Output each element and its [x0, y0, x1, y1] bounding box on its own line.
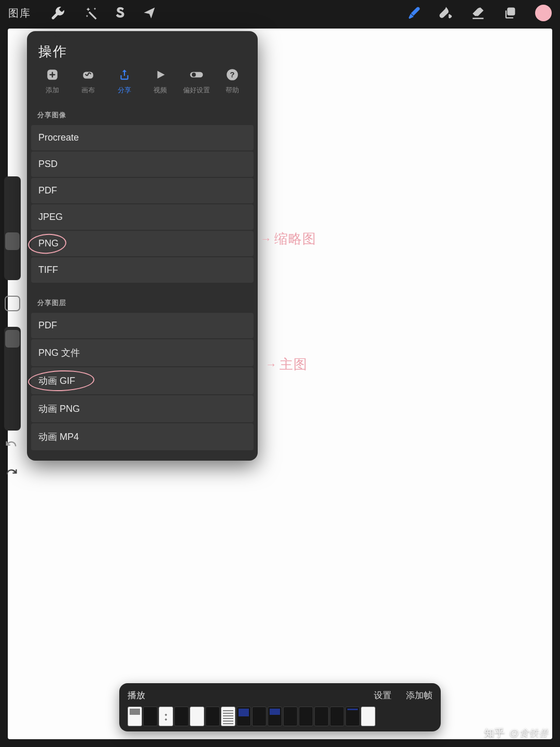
share-item-pdf[interactable]: PDF [31, 178, 254, 203]
frame-thumb[interactable] [174, 707, 189, 726]
tab-video[interactable]: 视频 [143, 68, 179, 95]
color-picker-dot[interactable] [535, 5, 552, 21]
undo-icon[interactable] [4, 438, 19, 455]
watermark-brand: 知乎 [484, 726, 505, 740]
share-layer-item-apng[interactable]: 动画 PNG [31, 395, 254, 422]
left-tools-group [47, 2, 157, 24]
tab-canvas[interactable]: 画布 [71, 68, 107, 95]
eraser-icon[interactable] [471, 6, 485, 20]
tab-share[interactable]: 分享 [106, 68, 143, 95]
frame-thumb[interactable] [143, 707, 158, 726]
share-layer-item-mp4[interactable]: 动画 MP4 [31, 423, 254, 450]
toggle-icon [189, 68, 204, 81]
actions-wrench-icon[interactable] [47, 2, 69, 24]
move-arrow-icon[interactable] [142, 6, 157, 20]
share-layer-item-gif[interactable]: 动画 GIF [31, 367, 254, 394]
side-panel [0, 176, 24, 431]
opacity-thumb[interactable] [5, 330, 20, 348]
tab-label: 添加 [46, 86, 59, 95]
modifier-square-button[interactable] [5, 296, 20, 311]
play-button[interactable]: 播放 [128, 689, 145, 701]
opacity-slider[interactable] [4, 327, 21, 431]
help-icon: ? [225, 68, 240, 81]
svg-point-4 [192, 73, 196, 77]
frame-thumb[interactable] [128, 707, 142, 726]
share-layer-item-pdf[interactable]: PDF [31, 313, 254, 338]
magic-wand-icon[interactable] [84, 6, 99, 20]
list-item-label: 动画 GIF [38, 376, 75, 386]
frame-thumb[interactable] [314, 707, 329, 726]
share-item-psd[interactable]: PSD [31, 151, 254, 177]
frame-thumb[interactable] [159, 707, 173, 726]
share-item-jpeg[interactable]: JPEG [31, 204, 254, 230]
popover-tabs: 添加 画布 分享 视频 偏好设置 ? 帮助 [27, 68, 258, 101]
section-share-layer-header: 分享图层 [27, 289, 258, 313]
tab-label: 分享 [118, 86, 131, 95]
tab-label: 偏好设置 [183, 86, 210, 95]
section-share-image-header: 分享图像 [27, 101, 258, 125]
timeline-settings-button[interactable]: 设置 [374, 689, 391, 701]
watermark-user: @食铁兽 [509, 726, 549, 740]
share-image-list: Procreate PSD PDF JPEG PNG TIFF [27, 125, 258, 289]
frames-strip[interactable] [128, 707, 432, 726]
brush-size-slider[interactable] [4, 176, 21, 280]
annotation-gif-note: → 主图 [265, 355, 307, 374]
add-icon [45, 68, 60, 81]
frame-thumb[interactable] [205, 707, 220, 726]
right-tools-group [407, 5, 552, 21]
frame-thumb[interactable] [268, 707, 282, 726]
annotation-text: 主图 [279, 355, 307, 374]
canvas-icon [80, 68, 96, 81]
tab-prefs[interactable]: 偏好设置 [178, 68, 215, 95]
frame-thumb[interactable] [236, 707, 251, 726]
list-item-label: PNG [38, 238, 59, 248]
watermark: 知乎 @食铁兽 [484, 726, 549, 740]
video-play-icon [152, 68, 168, 81]
redo-icon[interactable] [4, 466, 19, 483]
svg-text:?: ? [230, 70, 235, 79]
share-item-procreate[interactable]: Procreate [31, 125, 254, 150]
frame-thumb-selected[interactable] [361, 707, 375, 726]
frame-thumb[interactable] [345, 707, 360, 726]
frame-thumb[interactable] [330, 707, 344, 726]
frame-thumb[interactable] [190, 707, 204, 726]
frame-thumb[interactable] [299, 707, 313, 726]
svg-rect-0 [507, 8, 515, 16]
frame-thumb[interactable] [283, 707, 298, 726]
frame-thumb[interactable] [252, 707, 267, 726]
smudge-icon[interactable] [439, 6, 453, 20]
share-layer-list: PDF PNG 文件 动画 GIF 动画 PNG 动画 MP4 [27, 313, 258, 461]
tab-label: 帮助 [226, 86, 239, 95]
tab-help[interactable]: ? 帮助 [215, 68, 251, 95]
brush-size-thumb[interactable] [5, 232, 20, 250]
share-item-png[interactable]: PNG [31, 231, 254, 256]
frame-thumb[interactable] [221, 707, 235, 726]
annotation-text: 缩略图 [274, 230, 316, 248]
share-item-tiff[interactable]: TIFF [31, 257, 254, 283]
gallery-button[interactable]: 图库 [8, 6, 31, 20]
arrow-icon: → [265, 358, 277, 371]
animation-timeline: 播放 设置 添加帧 [119, 683, 441, 731]
tab-add[interactable]: 添加 [34, 68, 71, 95]
share-icon [117, 68, 132, 81]
add-frame-button[interactable]: 添加帧 [406, 689, 432, 701]
annotation-png-note: → 缩略图 [260, 230, 316, 248]
tab-label: 画布 [81, 86, 95, 95]
arrow-icon: → [260, 232, 272, 246]
tab-label: 视频 [153, 86, 167, 95]
brush-icon[interactable] [407, 6, 421, 20]
popover-title: 操作 [27, 31, 258, 68]
top-toolbar: 图库 [0, 0, 560, 26]
selection-s-icon[interactable] [113, 6, 128, 20]
undo-redo-group [4, 438, 19, 483]
share-layer-item-pngfiles[interactable]: PNG 文件 [31, 339, 254, 366]
layers-icon[interactable] [503, 6, 517, 20]
actions-popover: 操作 添加 画布 分享 视频 偏好设置 ? 帮助 分享图像 Procreate … [27, 31, 258, 461]
